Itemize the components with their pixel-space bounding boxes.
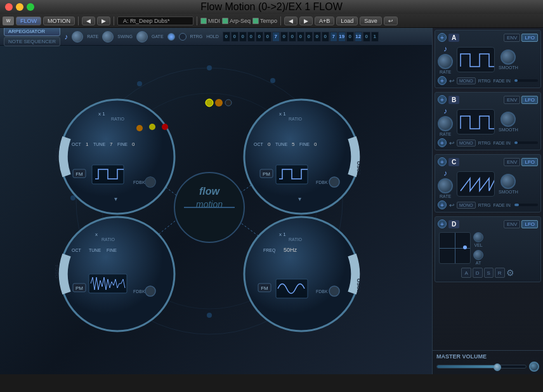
smooth-knob-b[interactable] [500, 112, 516, 127]
rate-knob[interactable] [72, 31, 83, 42]
traffic-lights [5, 3, 34, 11]
toolbar: W FLOW MOTION ◀ ▶ A: Rt_Deep Dubs* MIDI … [0, 14, 543, 28]
env-c-button[interactable]: ENV [504, 158, 520, 166]
volume-slider[interactable] [436, 365, 527, 369]
svg-text:RATIO: RATIO [289, 117, 302, 121]
led-15[interactable]: 0 [346, 32, 354, 42]
lfo-header-c: + C ENV LFO [438, 157, 538, 166]
preset-display[interactable]: A: Rt_Deep Dubs* [117, 16, 193, 25]
undo-btn[interactable]: ↩ [384, 16, 398, 25]
env-b-button[interactable]: ENV [504, 96, 520, 104]
sustain-button[interactable]: S [484, 268, 494, 278]
attack-button[interactable]: A [461, 268, 471, 278]
at-knob[interactable] [473, 250, 483, 260]
led-13[interactable]: 7 [330, 32, 337, 42]
led-14[interactable]: 19 [338, 32, 346, 42]
smooth-knob-c[interactable] [500, 174, 516, 189]
led-3[interactable]: 0 [247, 32, 255, 42]
arp-seq-check-icon [222, 18, 228, 24]
load-button[interactable]: Load [336, 16, 358, 25]
prev-preset-btn[interactable]: ◀ [284, 16, 298, 25]
next-preset-btn[interactable]: ▶ [299, 16, 313, 25]
led-9[interactable]: 0 [297, 32, 304, 42]
plus-c-btn[interactable]: + [438, 200, 447, 209]
arrow-b-icon[interactable]: ↩ [449, 140, 454, 147]
arp-seq-checkbox[interactable]: Arp-Seq [222, 18, 251, 24]
led-10[interactable]: 0 [305, 32, 313, 42]
led-7[interactable]: 0 [280, 32, 288, 42]
plus-a-btn[interactable]: + [438, 76, 447, 85]
led-18[interactable]: 1 [371, 32, 379, 42]
arpeggiator-button[interactable]: ARPEGGIATOR [4, 28, 60, 36]
settings-icon[interactable]: ⚙ [506, 268, 514, 278]
flow-button[interactable]: FLOW [16, 16, 41, 25]
save-button[interactable]: Save [360, 16, 382, 25]
mono-a-button[interactable]: MONO [457, 77, 476, 84]
arrow-c-icon[interactable]: ↩ [449, 202, 454, 209]
motion-button[interactable]: MOTION [43, 16, 75, 25]
env-d-button[interactable]: ENV [504, 220, 520, 228]
tempo-checkbox[interactable]: Tempo [252, 18, 277, 24]
led-2[interactable]: 0 [239, 32, 247, 42]
rate-knob-a[interactable] [438, 54, 453, 69]
release-button[interactable]: R [495, 268, 505, 278]
fade-in-fill-a [514, 79, 518, 82]
maximize-button[interactable] [27, 3, 34, 11]
volume-thumb[interactable] [494, 363, 501, 371]
expand-d-button[interactable]: + [438, 219, 447, 228]
lfo-d-button[interactable]: LFO [521, 220, 538, 228]
radio-1[interactable] [167, 33, 175, 41]
svg-point-2 [207, 65, 212, 70]
rate-knob-c[interactable] [438, 178, 453, 193]
fade-in-fill-b [514, 141, 518, 144]
synth-area: ARPEGGIATOR NOTE SEQUENCER ♪ RATE SWING … [0, 28, 432, 374]
lfo-bottom-c: + ↩ MONO RTRG FADE IN [438, 200, 538, 209]
rtrg-c-label: RTRG [478, 203, 491, 207]
svg-point-63 [329, 177, 339, 187]
plus-b-btn[interactable]: + [438, 138, 447, 147]
led-11[interactable]: 0 [313, 32, 321, 42]
led-17[interactable]: 0 [363, 32, 370, 42]
env-a-button[interactable]: ENV [504, 34, 520, 42]
led-12[interactable]: 0 [322, 32, 329, 42]
close-button[interactable] [5, 3, 13, 11]
svg-text:FM: FM [261, 285, 268, 291]
arrow-a-icon[interactable]: ↩ [449, 77, 454, 84]
lfo-b-button[interactable]: LFO [521, 96, 538, 104]
svg-text:PM: PM [263, 171, 270, 177]
volume-fill [437, 365, 499, 368]
led-5[interactable]: 0 [264, 32, 272, 42]
expand-b-button[interactable]: + [438, 95, 447, 104]
lfo-c-button[interactable]: LFO [521, 158, 538, 166]
prev-button[interactable]: ◀ [82, 16, 95, 25]
volume-knob[interactable] [529, 362, 539, 372]
radio-2[interactable] [179, 33, 186, 41]
minimize-button[interactable] [16, 3, 23, 11]
midi-checkbox[interactable]: MIDI [200, 18, 220, 24]
svg-text:x 1: x 1 [279, 111, 286, 117]
led-16[interactable]: 12 [355, 32, 362, 42]
rate-knob-b[interactable] [438, 116, 453, 131]
vel-knob[interactable] [473, 232, 483, 242]
ab-button[interactable]: A+B [315, 16, 334, 25]
xy-pad[interactable] [439, 232, 471, 264]
note-sequencer-button[interactable]: NOTE SEQUENCER [4, 37, 60, 46]
lfo-section-a: + A ENV LFO ♪ RATE [435, 30, 541, 88]
led-0[interactable]: 0 [223, 32, 230, 42]
led-4[interactable]: 0 [256, 32, 263, 42]
led-8[interactable]: 0 [289, 32, 296, 42]
expand-c-button[interactable]: + [438, 157, 447, 166]
next-button[interactable]: ▶ [97, 16, 110, 25]
led-6[interactable]: 7 [272, 32, 280, 42]
lfo-a-button[interactable]: LFO [521, 34, 538, 42]
gate-knob[interactable] [136, 31, 148, 42]
led-1[interactable]: 0 [231, 32, 239, 42]
swing-knob[interactable] [102, 31, 114, 42]
separator-1 [78, 16, 79, 25]
mono-c-button[interactable]: MONO [457, 202, 476, 209]
expand-a-button[interactable]: + [438, 33, 447, 42]
mono-b-button[interactable]: MONO [457, 140, 476, 147]
decay-button[interactable]: D [473, 268, 483, 278]
smooth-knob-a[interactable] [500, 49, 516, 65]
lfo-header-a: + A ENV LFO [438, 33, 538, 42]
